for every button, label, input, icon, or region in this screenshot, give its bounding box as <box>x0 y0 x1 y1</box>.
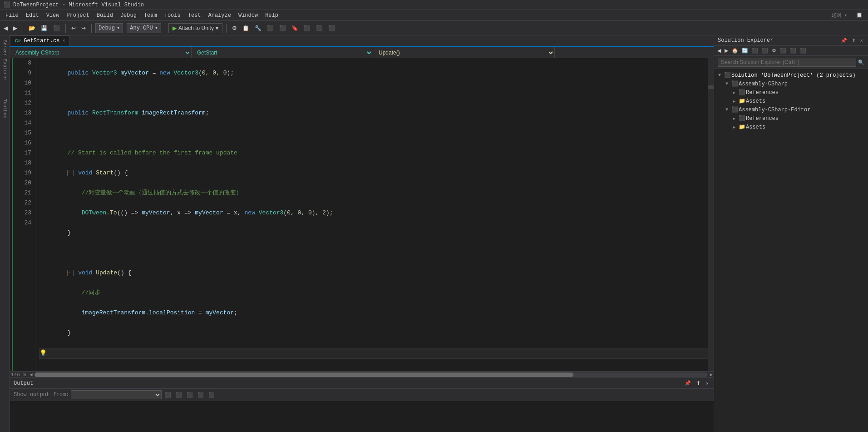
menu-project[interactable]: Project <box>63 11 93 20</box>
attach-to-unity-button[interactable]: ▶ Attach to Unity ▾ <box>168 23 222 33</box>
menu-edit[interactable]: Edit <box>22 11 43 20</box>
menu-debug[interactable]: Debug <box>117 11 140 20</box>
se-search-btn[interactable]: ⬛ <box>760 47 769 55</box>
zoom-decrease-btn[interactable]: ◀ <box>30 372 33 377</box>
output-clear-btn[interactable]: ⬛ <box>163 391 173 399</box>
assembly-csharp-editor-arrow: ▼ <box>723 107 730 112</box>
toolbar-separator-2 <box>65 24 66 33</box>
menu-view[interactable]: View <box>43 11 63 20</box>
assets-1-arrow: ▶ <box>730 99 738 104</box>
tree-item-assembly-csharp-editor[interactable]: ▼ ⬛ Assembly-CSharp-Editor <box>714 105 868 114</box>
scroll-track[interactable] <box>35 372 708 377</box>
forward-button[interactable]: ▶ <box>11 23 19 34</box>
back-button[interactable]: ◀ <box>2 23 10 34</box>
undo-button[interactable]: ↩ <box>69 23 78 34</box>
scroll-thumb[interactable] <box>35 372 573 377</box>
open-file-button[interactable]: 📂 <box>27 23 37 34</box>
tree-item-assembly-csharp[interactable]: ▼ ⬛ Assembly-CSharp <box>714 79 868 88</box>
menu-test[interactable]: Test <box>184 11 205 20</box>
toolbar-btn-1[interactable]: ⚙ <box>230 23 239 34</box>
output-panel: Output 📌 ⬆ × Show output from: Build Deb… <box>10 377 714 432</box>
toolbar-btn-7[interactable]: ⬛ <box>302 23 312 34</box>
debug-config-dropdown[interactable]: Debug ▾ <box>95 23 123 33</box>
output-undock-button[interactable]: ⬆ <box>695 379 702 387</box>
output-copy-btn[interactable]: ⬛ <box>196 391 205 399</box>
active-tab[interactable]: C# GetStart.cs × <box>10 35 70 46</box>
bookmark-button[interactable]: 🔖 <box>290 23 300 34</box>
se-close-button[interactable]: × <box>859 38 864 44</box>
tab-close-button[interactable]: × <box>62 39 65 44</box>
menu-help[interactable]: Help <box>261 11 282 20</box>
toolbar: ◀ ▶ 📂 💾 ⬛ ↩ ↪ Debug ▾ Any CPU ▾ ▶ Attach… <box>0 21 868 35</box>
zoom-increase-btn[interactable]: ▶ <box>710 372 713 377</box>
output-open-btn[interactable]: ⬛ <box>207 391 216 399</box>
se-properties-btn[interactable]: ⚙ <box>770 47 778 55</box>
redo-button[interactable]: ↪ <box>79 23 88 34</box>
assembly-csharp-arrow: ▼ <box>723 81 730 86</box>
code-content[interactable]: public Vector3 myVector = new Vector3(0,… <box>35 58 708 371</box>
se-show-all-btn[interactable]: ⬛ <box>779 47 788 55</box>
menu-analyze[interactable]: Analyze <box>205 11 235 20</box>
se-undock-button[interactable]: ⬆ <box>850 38 857 44</box>
menu-build[interactable]: Build <box>93 11 117 20</box>
server-explorer-tab[interactable]: Server Explorer <box>1 35 8 85</box>
se-stop-btn[interactable]: ⬛ <box>750 47 760 55</box>
method-dropdown[interactable]: Update() <box>373 47 555 58</box>
menu-file[interactable]: File <box>2 11 22 20</box>
se-search-bar: 🔍 <box>714 56 868 69</box>
menu-bar: File Edit View Project Build Debug Team … <box>0 10 868 21</box>
lightbulb-icon[interactable]: 💡 <box>39 348 47 358</box>
code-line-13: - void Start() { <box>39 168 708 178</box>
output-word-wrap-btn[interactable]: ⬛ <box>174 391 183 399</box>
code-line-8: public Vector3 myVector = new Vector3(0,… <box>39 68 708 78</box>
se-header: Solution Explorer 📌 ⬆ × <box>714 35 868 46</box>
project-icon-2: ⬛ <box>730 106 739 113</box>
tab-bar: C# GetStart.cs × <box>10 35 714 47</box>
assets-2-arrow: ▶ <box>730 124 738 130</box>
output-close-button[interactable]: × <box>705 379 710 387</box>
class2-dropdown[interactable]: GetStart <box>192 47 373 58</box>
toolbar-btn-5[interactable]: ⬛ <box>277 23 288 34</box>
solution-label: Solution 'DoTweenProject' (2 projects) <box>731 72 856 79</box>
toolbar-btn-4[interactable]: ⬛ <box>265 23 276 34</box>
se-search-input[interactable] <box>718 58 856 67</box>
menu-window[interactable]: Window <box>235 11 261 20</box>
class-dropdown[interactable]: Assembly-CSharp <box>10 47 192 58</box>
platform-dropdown[interactable]: Any CPU ▾ <box>127 23 161 33</box>
output-source-select[interactable]: Build Debug General <box>71 390 162 399</box>
se-preview-btn[interactable]: ⬛ <box>789 47 798 55</box>
se-collapse-btn[interactable]: ⬛ <box>799 47 808 55</box>
editor-area: C# GetStart.cs × Assembly-CSharp GetStar… <box>10 35 714 432</box>
toolbar-btn-9[interactable]: ⬛ <box>326 23 337 34</box>
output-find-btn[interactable]: ⬛ <box>185 391 194 399</box>
menu-team[interactable]: Team <box>140 11 161 20</box>
toolbar-btn-2[interactable]: 📋 <box>241 23 251 34</box>
se-forward-btn[interactable]: ▶ <box>723 47 730 55</box>
toolbox-tab[interactable]: Toolbox <box>1 94 8 123</box>
horizontal-scrollbar[interactable]: 146 % ◀ ▶ <box>10 371 714 377</box>
solution-arrow: ▼ <box>716 73 723 78</box>
references-1-label: References <box>746 89 779 96</box>
menu-tools[interactable]: Tools <box>161 11 184 20</box>
se-home-btn[interactable]: 🏠 <box>730 47 740 55</box>
code-line-9 <box>39 88 708 98</box>
tree-item-references-1[interactable]: ▶ ⬛ References <box>714 88 868 97</box>
save-all-button[interactable]: ⬛ <box>51 23 62 34</box>
toolbar-btn-3[interactable]: 🔧 <box>253 23 263 34</box>
tree-item-solution[interactable]: ▼ ⬛ Solution 'DoTweenProject' (2 project… <box>714 71 868 79</box>
references-1-icon: ⬛ <box>738 89 746 96</box>
tree-item-assets-2[interactable]: ▶ 📁 Assets <box>714 123 868 131</box>
se-back-btn[interactable]: ◀ <box>716 47 722 55</box>
se-refresh-btn[interactable]: 🔄 <box>740 47 750 55</box>
vertical-scrollbar[interactable] <box>708 58 714 371</box>
tree-item-assets-1[interactable]: ▶ 📁 Assets <box>714 97 868 105</box>
tree-item-references-2[interactable]: ▶ ⬛ References <box>714 114 868 123</box>
se-pin-button[interactable]: 📌 <box>839 38 848 44</box>
output-body <box>10 401 714 432</box>
output-pin-button[interactable]: 📌 <box>683 379 692 387</box>
code-line-16: } <box>39 228 708 238</box>
toolbar-btn-8[interactable]: ⬛ <box>314 23 325 34</box>
navigation-bar: Assembly-CSharp GetStart Update() <box>10 47 714 58</box>
code-editor[interactable]: 8 9 10 11 12 13 14 15 16 17 18 19 20 21 … <box>10 58 714 371</box>
save-button[interactable]: 💾 <box>39 23 49 34</box>
